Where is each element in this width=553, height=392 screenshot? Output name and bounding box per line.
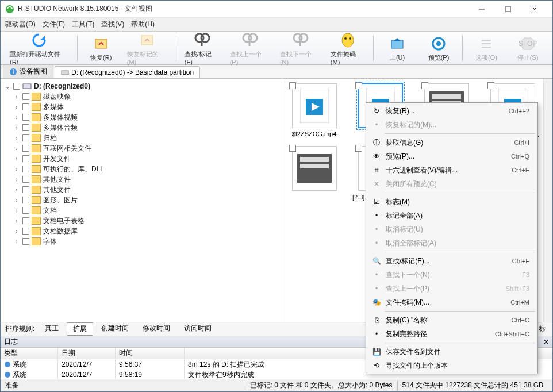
ctx-info[interactable]: ⓘ获取信息(G)Ctrl+I <box>367 136 536 149</box>
folder-tree[interactable]: ⌄ D: (Recognized0) ›磁盘映像›多媒体›多媒体视频›多媒体音频… <box>1 79 282 322</box>
tree-root[interactable]: ⌄ D: (Recognized0) <box>2 81 281 91</box>
mask-icon: 🎭 <box>370 298 383 306</box>
checkbox[interactable] <box>487 82 494 89</box>
checkbox[interactable] <box>289 145 296 152</box>
expand-icon[interactable]: › <box>13 104 20 110</box>
checkbox[interactable] <box>22 155 29 162</box>
checkbox[interactable] <box>22 124 29 131</box>
sort-2[interactable]: 创建时间 <box>95 322 135 336</box>
expand-icon[interactable]: › <box>13 114 20 121</box>
ctx-label: 复制(C) "名称" <box>383 316 512 325</box>
checkbox[interactable] <box>22 93 29 100</box>
expand-icon[interactable]: › <box>13 145 20 152</box>
tree-item[interactable]: ›其他文件 <box>2 174 281 185</box>
toolbar-refresh-button[interactable]: 重新打开驱动文件(R) <box>5 30 74 67</box>
expand-icon[interactable]: › <box>13 125 20 131</box>
checkbox[interactable] <box>22 103 29 110</box>
sort-4[interactable]: 访问时间 <box>178 322 217 336</box>
expand-icon[interactable]: › <box>13 187 20 193</box>
checkbox[interactable] <box>22 217 29 224</box>
ctx-history[interactable]: ⟲寻找文件的上个版本 <box>367 359 536 372</box>
toolbar-preview-button[interactable]: 预览(P) <box>418 33 459 63</box>
svg-text:i: i <box>13 68 14 76</box>
log-col-time[interactable]: 时间 <box>116 348 185 359</box>
checkbox[interactable] <box>13 83 20 90</box>
sort-0[interactable]: 真正 <box>39 322 64 336</box>
checkbox[interactable] <box>22 145 29 152</box>
tree-item[interactable]: ›文档数据库 <box>2 226 281 236</box>
tree-item[interactable]: ›开发文件 <box>2 153 281 164</box>
tab-device-view[interactable]: i 设备视图 <box>3 64 53 78</box>
expand-icon[interactable]: › <box>13 207 20 214</box>
tree-item[interactable]: ›文档 <box>2 205 281 216</box>
sort-3[interactable]: 修改时间 <box>137 322 176 336</box>
menu-help[interactable]: 帮助(H) <box>131 20 155 29</box>
ctx-find[interactable]: 🔍查找/标记(F)...Ctrl+F <box>367 254 536 268</box>
checkbox[interactable] <box>22 114 29 121</box>
checkbox[interactable] <box>22 238 29 245</box>
file-item[interactable] <box>287 145 341 202</box>
expand-icon[interactable]: › <box>13 135 20 141</box>
close-button[interactable] <box>521 1 548 17</box>
close-icon <box>532 6 537 12</box>
ctx-check[interactable]: ☑标志(M) <box>367 195 536 209</box>
tree-item[interactable]: ›可执行的、库、DLL <box>2 164 281 174</box>
expand-icon[interactable]: › <box>13 166 20 172</box>
toolbar-label: 预览(P) <box>428 53 450 62</box>
checkbox[interactable] <box>22 197 29 203</box>
collapse-icon[interactable]: ⌄ <box>4 83 11 90</box>
expand-icon[interactable]: › <box>13 197 20 203</box>
ctx-check-all[interactable]: •标记全部(A) <box>367 209 536 222</box>
checkbox[interactable] <box>22 228 29 235</box>
ctx-hex[interactable]: ⌗十六进制查看(V)/编辑...Ctrl+E <box>367 163 536 177</box>
expand-icon[interactable]: › <box>13 228 20 235</box>
toolbar-recover-button[interactable]: 恢复(R) <box>81 33 121 63</box>
scrollbar[interactable] <box>543 79 552 322</box>
log-col-date[interactable]: 日期 <box>58 348 116 359</box>
minimize-button[interactable] <box>468 1 495 17</box>
checkbox[interactable] <box>22 207 29 214</box>
expand-icon[interactable]: › <box>13 218 20 224</box>
toolbar-find-button[interactable]: 查找/标记(F) <box>180 30 224 67</box>
expand-icon[interactable]: › <box>13 94 20 100</box>
ctx-preview[interactable]: 👁预览(P)...Ctrl+Q <box>367 149 536 163</box>
expand-icon[interactable]: › <box>13 239 20 245</box>
tab-recognized[interactable]: D: (Recognized0) -> Basic data partition <box>55 66 200 78</box>
tree-item[interactable]: ›磁盘映像 <box>2 91 281 102</box>
log-close-button[interactable]: ✕ <box>543 338 549 346</box>
tree-item[interactable]: ›图形、图片 <box>2 195 281 205</box>
tree-item[interactable]: ›归档 <box>2 133 281 143</box>
expand-icon[interactable]: › <box>13 176 20 183</box>
toolbar-up-button[interactable]: 上(U) <box>377 33 417 63</box>
checkbox[interactable] <box>22 134 29 141</box>
ctx-save[interactable]: 💾保存文件名到文件 <box>367 345 536 359</box>
tree-item[interactable]: ›文档电子表格 <box>2 216 281 226</box>
tree-item[interactable]: ›其他文件 <box>2 185 281 195</box>
checkbox[interactable] <box>421 82 428 89</box>
ctx-mask[interactable]: 🎭文件掩码(M)...Ctrl+M <box>367 295 536 309</box>
checkbox[interactable] <box>22 186 29 193</box>
sort-1[interactable]: 扩展 <box>67 322 93 336</box>
tree-item[interactable]: ›多媒体视频 <box>2 112 281 122</box>
checkbox[interactable] <box>22 176 29 183</box>
tree-item[interactable]: ›多媒体 <box>2 102 281 112</box>
menu-drive[interactable]: 驱动器(D) <box>5 20 36 29</box>
tree-item[interactable]: ›字体 <box>2 236 281 247</box>
menu-tools[interactable]: 工具(T) <box>72 20 94 29</box>
ctx-recover[interactable]: ↻恢复(R)...Ctrl+F2 <box>367 104 536 118</box>
checkbox[interactable] <box>289 82 296 89</box>
file-item[interactable]: $I2ZSZOG.mp4 <box>287 82 341 139</box>
checkbox[interactable] <box>355 82 362 89</box>
tree-item[interactable]: ›互联网相关文件 <box>2 143 281 153</box>
checkbox[interactable] <box>355 145 362 152</box>
menu-file[interactable]: 文件(F) <box>43 20 65 29</box>
expand-icon[interactable]: › <box>13 156 20 162</box>
checkbox[interactable] <box>22 166 29 172</box>
toolbar-mask-button[interactable]: 文件掩码(M) <box>326 30 370 67</box>
ctx-copy-path[interactable]: •复制完整路径Ctrl+Shift+C <box>367 327 536 341</box>
ctx-copy[interactable]: ⎘复制(C) "名称"Ctrl+C <box>367 313 536 327</box>
log-col-type[interactable]: 类型 <box>1 348 58 359</box>
menu-find[interactable]: 查找(V) <box>101 20 124 29</box>
tree-item[interactable]: ›多媒体音频 <box>2 122 281 133</box>
maximize-button[interactable] <box>495 1 521 17</box>
